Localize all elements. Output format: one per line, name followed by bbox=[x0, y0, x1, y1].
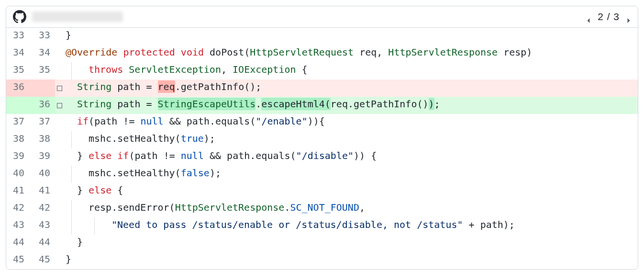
comment-marker bbox=[55, 183, 64, 200]
code-token: "/disable" bbox=[296, 150, 354, 161]
comment-marker bbox=[55, 62, 64, 80]
code-line: throws ServletException, IOException { bbox=[64, 62, 638, 80]
code-token: null bbox=[140, 115, 163, 127]
indent-guide bbox=[71, 217, 72, 235]
diff-code-block: 3333}3434@Override protected void doPost… bbox=[6, 28, 638, 269]
code-token: ( bbox=[244, 46, 250, 58]
code-token: StringEscapeUtils bbox=[158, 98, 256, 110]
code-token: + path); bbox=[463, 219, 515, 230]
code-line: @Override protected void doPost(HttpServ… bbox=[64, 45, 638, 62]
code-token: true bbox=[181, 133, 204, 144]
code-token: ); bbox=[204, 133, 215, 144]
indent-guide bbox=[94, 217, 95, 235]
code-token: } bbox=[66, 29, 71, 41]
code-token: @Override bbox=[66, 46, 117, 58]
comment-marker[interactable] bbox=[55, 97, 64, 114]
comment-marker bbox=[55, 148, 64, 166]
code-token: null bbox=[181, 150, 204, 161]
code-token: resp.sendError( bbox=[89, 202, 175, 213]
code-line: } else { bbox=[64, 183, 638, 200]
code-token: } bbox=[77, 184, 89, 196]
code-token: String bbox=[77, 98, 111, 110]
code-token: req.getPathInfo() bbox=[331, 98, 429, 110]
line-number-new: 39 bbox=[29, 148, 55, 166]
code-token: . bbox=[255, 98, 261, 110]
code-token: . bbox=[284, 202, 290, 213]
diff-row: 3939} else if(path != null && path.equal… bbox=[6, 148, 638, 166]
code-token: )){ bbox=[308, 115, 325, 127]
code-token: req bbox=[158, 80, 175, 93]
line-number-old: 41 bbox=[6, 183, 29, 200]
line-number-old: 38 bbox=[6, 131, 29, 148]
line-number-old: 34 bbox=[6, 45, 29, 62]
diff-panel: 2 / 3 3333}3434@Override protected void … bbox=[6, 6, 638, 270]
code-token: protected bbox=[123, 46, 175, 58]
marker-box-icon bbox=[57, 103, 62, 108]
code-line: mshc.setHealthy(true); bbox=[64, 131, 638, 148]
comment-marker bbox=[55, 28, 64, 45]
code-token: } bbox=[66, 253, 71, 265]
code-token: HttpServletResponse bbox=[388, 46, 498, 58]
code-line: String path = req.getPathInfo(); bbox=[64, 80, 638, 97]
header-left bbox=[13, 10, 123, 23]
code-token: req, bbox=[354, 46, 388, 58]
code-token: { bbox=[296, 64, 308, 75]
panel-header: 2 / 3 bbox=[6, 6, 638, 28]
line-number-old bbox=[6, 97, 29, 114]
pager-position: 2 / 3 bbox=[598, 11, 620, 23]
code-token: && path.equals( bbox=[164, 115, 256, 127]
line-number-new: 34 bbox=[29, 45, 55, 62]
code-token: if bbox=[77, 115, 89, 127]
code-line: if(path != null && path.equals("/enable"… bbox=[64, 114, 638, 131]
code-token: mshc.setHealthy( bbox=[89, 167, 181, 179]
code-token: resp) bbox=[498, 46, 532, 58]
code-token: )) { bbox=[354, 150, 377, 161]
diff-row: 4444} bbox=[6, 235, 638, 252]
line-number-old: 33 bbox=[6, 28, 29, 45]
line-number-old: 37 bbox=[6, 114, 29, 131]
line-number-new: 43 bbox=[29, 217, 55, 235]
diff-row: 3434@Override protected void doPost(Http… bbox=[6, 45, 638, 62]
pager-prev-button[interactable] bbox=[586, 14, 591, 19]
code-token: path = bbox=[111, 98, 157, 110]
comment-marker bbox=[55, 217, 64, 235]
code-token: ServletException bbox=[129, 64, 221, 75]
diff-row: 3838mshc.setHealthy(true); bbox=[6, 131, 638, 148]
comment-marker bbox=[55, 252, 64, 269]
pager-next-button[interactable] bbox=[626, 14, 631, 19]
code-line: } else if(path != null && path.equals("/… bbox=[64, 148, 638, 166]
code-token: HttpServletResponse bbox=[175, 202, 285, 213]
line-number-new: 35 bbox=[29, 62, 55, 80]
comment-marker[interactable] bbox=[55, 80, 64, 97]
code-token: , bbox=[221, 64, 233, 75]
code-token: { bbox=[111, 184, 123, 196]
code-line: } bbox=[64, 252, 638, 269]
line-number-old: 36 bbox=[6, 80, 29, 97]
code-token bbox=[117, 46, 123, 58]
code-line: "Need to pass /status/enable or /status/… bbox=[64, 217, 638, 235]
line-number-new: 42 bbox=[29, 200, 55, 217]
code-token: } bbox=[77, 236, 83, 248]
line-number-new: 36 bbox=[29, 97, 55, 114]
code-token: mshc.setHealthy( bbox=[89, 133, 181, 144]
code-token: doPost bbox=[210, 46, 244, 58]
diff-row: 4545} bbox=[6, 252, 638, 269]
line-number-old: 39 bbox=[6, 148, 29, 166]
comment-marker bbox=[55, 166, 64, 183]
indent-guide bbox=[71, 62, 72, 80]
indent-guide bbox=[71, 166, 72, 183]
code-token: String bbox=[77, 81, 111, 92]
code-token: } bbox=[77, 150, 89, 161]
diff-row: 4040mshc.setHealthy(false); bbox=[6, 166, 638, 183]
code-line: } bbox=[64, 235, 638, 252]
github-icon bbox=[13, 10, 26, 23]
indent-guide bbox=[71, 131, 72, 148]
comment-marker bbox=[55, 45, 64, 62]
line-number-old: 42 bbox=[6, 200, 29, 217]
comment-marker bbox=[55, 200, 64, 217]
code-line: } bbox=[64, 28, 638, 45]
code-token: escapeHtml4( bbox=[261, 98, 331, 110]
line-number-new: 45 bbox=[29, 252, 55, 269]
line-number-old: 44 bbox=[6, 235, 29, 252]
code-token: "/enable" bbox=[255, 115, 307, 127]
